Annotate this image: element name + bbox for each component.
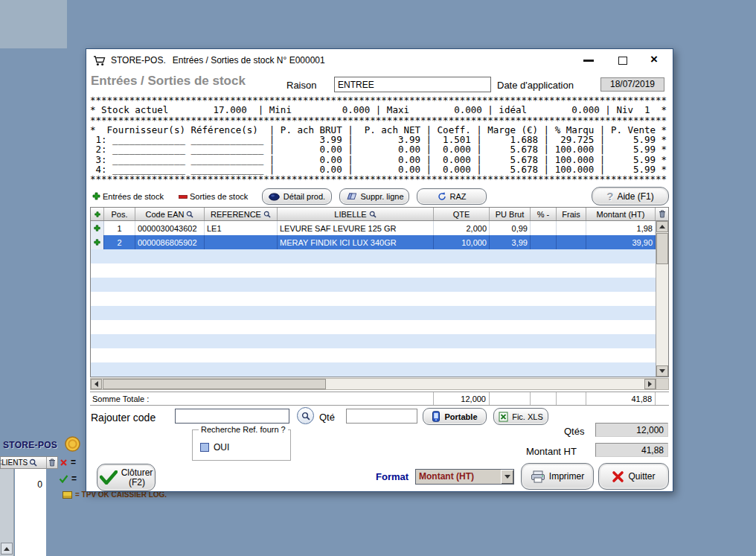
plus-icon <box>94 225 100 231</box>
scroll-up-button[interactable] <box>656 221 668 232</box>
col-reference-label: REFERENCE <box>211 210 261 219</box>
product-detail-icon <box>269 193 280 201</box>
add-code-input[interactable] <box>175 409 289 424</box>
dropdown-arrow-button[interactable] <box>501 470 513 484</box>
col-ean-label: Code EAN <box>146 210 185 219</box>
type-column-header[interactable] <box>91 208 104 220</box>
vertical-scrollbar[interactable] <box>656 221 668 377</box>
delete-line-label: Suppr. ligne <box>360 192 403 201</box>
help-button[interactable]: ? Aide (F1) <box>592 187 669 205</box>
col-pos[interactable]: Pos. <box>104 208 135 220</box>
col-reference[interactable]: REFERENCE <box>205 208 278 220</box>
search-icon <box>301 412 310 421</box>
cell-discount <box>531 235 557 249</box>
scrollbar-track[interactable] <box>326 379 644 389</box>
maximize-button[interactable] <box>618 57 627 65</box>
quit-label: Quitter <box>628 471 655 482</box>
table-row-empty <box>91 249 656 263</box>
scroll-down-button[interactable] <box>656 365 668 377</box>
portable-button[interactable]: Portable <box>423 408 487 425</box>
arrow-right-icon <box>648 381 655 387</box>
cell-qte: 10,000 <box>434 235 490 249</box>
plus-icon <box>92 192 100 200</box>
col-discount[interactable]: % - <box>531 208 557 220</box>
table-row-empty <box>91 278 656 292</box>
minus-icon <box>179 195 188 199</box>
cloturer-shortcut: (F2) <box>129 478 145 488</box>
total-row: Somme Totale : 12,000 41,88 <box>90 392 669 406</box>
delete-line-button[interactable]: Suppr. ligne <box>339 188 409 205</box>
minimize-button[interactable] <box>583 60 594 62</box>
background-scrollbar[interactable] <box>0 469 14 556</box>
close-session-label: Clôturer (F2) <box>121 468 153 488</box>
cloturer-text: Clôturer <box>121 468 153 478</box>
close-button[interactable]: × <box>650 52 658 67</box>
cell-libelle: LEVURE SAF LEVURE 125 GR <box>278 221 434 235</box>
col-frais[interactable]: Frais <box>557 208 586 220</box>
background-app-title: STORE-POS <box>3 440 57 450</box>
format-label: Format <box>376 471 409 482</box>
oui-label: OUI <box>214 442 229 453</box>
cell-frais <box>557 221 586 235</box>
col-libelle-label: LIBELLE <box>334 210 366 219</box>
oui-checkbox[interactable] <box>200 443 209 452</box>
keyboard-icon <box>63 491 72 499</box>
quit-button[interactable]: Quitter <box>598 463 669 490</box>
cell-libelle: MERAY FINDIK ICI LUX 340GR <box>278 235 434 249</box>
scroll-up-button[interactable] <box>1 543 13 555</box>
legend-row-ok: = <box>59 473 77 484</box>
scrollbar-thumb[interactable] <box>103 379 326 389</box>
scrollbar-corner <box>656 379 668 389</box>
detail-product-button[interactable]: Détail prod. <box>262 188 332 205</box>
search-icon <box>29 458 37 467</box>
qty-input[interactable] <box>346 409 417 424</box>
red-x-icon <box>612 470 624 483</box>
clients-trash-button[interactable] <box>46 457 57 468</box>
total-frais <box>556 392 586 405</box>
scroll-left-button[interactable] <box>91 379 102 389</box>
search-button[interactable] <box>297 407 314 424</box>
horizontal-scrollbar[interactable] <box>90 378 669 390</box>
scrollbar-track[interactable] <box>656 264 668 365</box>
table-row-empty <box>91 320 656 334</box>
add-code-label: Rajouter code <box>91 412 156 424</box>
export-xls-button[interactable]: Fic. XLS <box>493 408 548 425</box>
chevron-down-icon <box>504 475 510 482</box>
col-libelle[interactable]: LIBELLE <box>278 208 434 220</box>
eraser-icon <box>345 193 356 200</box>
raison-input[interactable] <box>334 77 491 92</box>
arrow-up-icon <box>659 222 665 229</box>
search-ref-groupbox: Recherche Ref. fourn ? OUI <box>192 429 291 461</box>
table-row-selected[interactable]: 2 0000086805902 MERAY FINDIK ICI LUX 340… <box>91 235 656 249</box>
col-qte[interactable]: QTE <box>434 208 490 220</box>
col-ean[interactable]: Code EAN <box>135 208 205 220</box>
table-empty-rows <box>91 249 656 377</box>
equals-text: = <box>71 457 76 467</box>
search-icon <box>186 211 193 218</box>
reset-button[interactable]: RAZ <box>417 188 487 205</box>
green-check-icon <box>59 475 68 483</box>
legend-entrees-label: Entrées de stock <box>103 192 164 201</box>
clients-panel-header[interactable]: CLIENTS <box>0 456 58 469</box>
excel-icon <box>499 412 508 422</box>
arrow-left-icon <box>92 381 98 387</box>
reset-label: RAZ <box>450 192 467 201</box>
col-frais-label: Frais <box>562 210 580 219</box>
delete-column-header[interactable] <box>656 208 668 220</box>
close-session-button[interactable]: Clôturer (F2) <box>97 464 156 491</box>
date-field[interactable]: 18/07/2019 <box>600 77 664 92</box>
help-icon: ? <box>606 190 613 202</box>
col-pu-brut[interactable]: PU Brut <box>490 208 531 220</box>
print-button[interactable]: Imprimer <box>521 463 594 490</box>
scroll-right-button[interactable] <box>644 379 656 389</box>
table-row-empty <box>91 292 656 306</box>
total-pu <box>489 392 530 405</box>
table-row-empty <box>91 306 656 320</box>
table-row[interactable]: 1 0000030043602 LE1 LEVURE SAF LEVURE 12… <box>91 221 656 235</box>
app-window: STORE-POS. Entrées / Sorties de stock N°… <box>86 48 673 492</box>
cell-pu: 3,99 <box>490 235 531 249</box>
cell-ean: 0000086805902 <box>135 235 205 249</box>
col-montant-ht[interactable]: Montant (HT) <box>586 208 656 220</box>
format-dropdown[interactable]: Montant (HT) <box>415 469 514 485</box>
scrollbar-thumb[interactable] <box>656 233 668 264</box>
